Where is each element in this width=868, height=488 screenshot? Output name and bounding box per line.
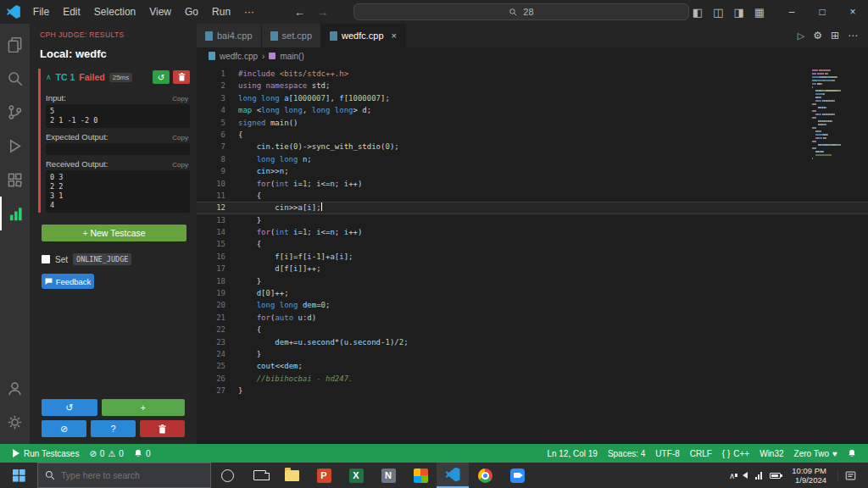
taskbar-app-notepad[interactable]: N bbox=[372, 463, 404, 488]
menu-file[interactable]: File bbox=[27, 3, 55, 20]
command-center-search[interactable]: 28 bbox=[353, 3, 689, 20]
activity-source-control-icon[interactable] bbox=[0, 95, 30, 129]
taskbar-app-powerpoint[interactable]: P bbox=[308, 463, 340, 488]
menu-selection[interactable]: Selection bbox=[88, 3, 142, 20]
code-line[interactable]: 2using namespace std; bbox=[197, 80, 868, 92]
code-line[interactable]: 11 { bbox=[197, 190, 868, 202]
toggle-panel-icon[interactable]: ◫ bbox=[709, 4, 726, 20]
code-line[interactable]: 26 //bibihocbai - hd247. bbox=[197, 373, 868, 385]
menu-run[interactable]: Run bbox=[206, 3, 236, 20]
notifications-indicator[interactable]: 0 bbox=[129, 444, 156, 463]
code-line[interactable]: 9 cin>>n; bbox=[197, 165, 868, 177]
activity-settings-icon[interactable] bbox=[0, 405, 30, 439]
start-button[interactable] bbox=[0, 463, 37, 488]
code-line[interactable]: 16 f[i]=f[i-1]+a[i]; bbox=[197, 251, 868, 263]
taskbar-app-excel[interactable]: X bbox=[340, 463, 372, 488]
feedback-button[interactable]: Feedback bbox=[42, 274, 94, 289]
close-tab-icon[interactable]: × bbox=[392, 30, 397, 41]
code-line[interactable]: 3long long a[1000007], f[1000007]; bbox=[197, 92, 868, 104]
section-content[interactable]: 0 32 23 14 bbox=[46, 170, 190, 213]
split-editor-icon[interactable]: ⊞ bbox=[831, 30, 839, 42]
menu-go[interactable]: Go bbox=[179, 3, 204, 20]
taskbar-app-photos[interactable] bbox=[404, 463, 437, 488]
code-line[interactable]: 1#include <bits/stdc++.h> bbox=[197, 68, 868, 80]
copy-button[interactable]: Copy bbox=[172, 95, 188, 103]
code-line[interactable]: 22 { bbox=[197, 324, 868, 336]
history-forward-icon[interactable]: → bbox=[317, 6, 328, 19]
platform-indicator[interactable]: Win32 bbox=[754, 444, 788, 463]
customize-layout-icon[interactable]: ▦ bbox=[751, 4, 768, 20]
code-line[interactable]: 8 long long n; bbox=[197, 153, 868, 165]
indentation-indicator[interactable]: Spaces: 4 bbox=[603, 444, 650, 463]
delete-all-button[interactable] bbox=[140, 420, 185, 437]
statusbar-bell[interactable] bbox=[843, 444, 861, 463]
battery-icon[interactable] bbox=[770, 473, 781, 479]
encoding-indicator[interactable]: UTF-8 bbox=[650, 444, 684, 463]
tab-bai4.cpp[interactable]: bai4.cpp bbox=[197, 24, 262, 47]
breadcrumb-file[interactable]: wedfc.cpp bbox=[220, 52, 258, 61]
taskbar-search-input[interactable] bbox=[61, 470, 188, 480]
copy-button[interactable]: Copy bbox=[172, 161, 188, 169]
run-file-button[interactable]: ▷ bbox=[798, 30, 804, 42]
code-line[interactable]: 18 } bbox=[197, 275, 868, 287]
language-mode[interactable]: { } C++ bbox=[717, 444, 754, 463]
breadcrumb-symbol[interactable]: main() bbox=[280, 52, 303, 61]
code-line[interactable]: 5signed main() bbox=[197, 117, 868, 129]
action-center-button[interactable] bbox=[837, 470, 863, 481]
menu-edit[interactable]: Edit bbox=[57, 3, 86, 20]
taskbar-clock[interactable]: 10:09 PM 1/9/2024 bbox=[788, 466, 830, 485]
code-line[interactable]: 17 d[f[i]]++; bbox=[197, 263, 868, 274]
code-line[interactable]: 24 } bbox=[197, 348, 868, 360]
section-content[interactable] bbox=[46, 143, 190, 155]
restore-button[interactable]: □ bbox=[807, 0, 837, 24]
taskbar-app-task-view[interactable] bbox=[243, 463, 275, 488]
network-icon[interactable] bbox=[755, 472, 762, 480]
taskbar-app-vscode[interactable] bbox=[437, 463, 469, 488]
code-line[interactable]: 21 for(auto u:d) bbox=[197, 312, 868, 324]
code-line[interactable]: 12 cin>>a[i]; bbox=[197, 202, 868, 214]
menu-view[interactable]: View bbox=[143, 3, 177, 20]
rerun-testcase-button[interactable]: ↺ bbox=[153, 70, 170, 84]
code-editor[interactable]: 1#include <bits/stdc++.h>2using namespac… bbox=[197, 64, 868, 444]
section-content[interactable]: 52 1 -1 -2 0 bbox=[46, 104, 190, 128]
tab-wedfc.cpp[interactable]: wedfc.cpp× bbox=[321, 24, 406, 47]
code-line[interactable]: 10 for(int i=1; i<=n; i++) bbox=[197, 178, 868, 190]
code-line[interactable]: 23 dem+=u.second*(u.second-1)/2; bbox=[197, 336, 868, 348]
stop-button[interactable]: ⊘ bbox=[42, 420, 86, 437]
code-line[interactable]: 14 for(int i=1; i<=n; i++) bbox=[197, 226, 868, 238]
minimap[interactable] bbox=[812, 69, 856, 161]
activity-search-icon[interactable] bbox=[0, 61, 30, 95]
minimize-button[interactable]: – bbox=[776, 0, 807, 24]
rerun-all-button[interactable]: ↺ bbox=[42, 399, 97, 416]
settings-gear-icon[interactable]: ⚙ bbox=[813, 30, 822, 42]
toggle-sidebar-icon[interactable]: ◧ bbox=[689, 4, 706, 20]
run-testcases-button[interactable]: Run Testcases bbox=[7, 444, 84, 463]
code-line[interactable]: 6{ bbox=[197, 129, 868, 141]
eol-indicator[interactable]: CRLF bbox=[685, 444, 717, 463]
cursor-position[interactable]: Ln 12, Col 19 bbox=[542, 444, 603, 463]
taskbar-app-cortana[interactable] bbox=[211, 463, 243, 488]
taskbar-app-zoom[interactable] bbox=[501, 463, 533, 488]
activity-extensions-icon[interactable] bbox=[0, 163, 30, 197]
activity-account-icon[interactable] bbox=[0, 371, 30, 405]
history-back-icon[interactable]: ← bbox=[294, 6, 305, 19]
code-line[interactable]: 15 { bbox=[197, 238, 868, 250]
code-line[interactable]: 7 cin.tie(0)->sync_with_stdio(0); bbox=[197, 141, 868, 152]
tray-chevron-icon[interactable]: ∧ bbox=[729, 471, 735, 480]
theme-indicator[interactable]: Zero Two ♥ bbox=[789, 444, 843, 463]
add-testcase-button[interactable]: + bbox=[102, 399, 185, 416]
more-actions-icon[interactable]: ⋯ bbox=[848, 30, 858, 42]
code-line[interactable]: 4map <long long, long long> d; bbox=[197, 104, 868, 116]
problems-indicator[interactable]: ⊘ 0 ⚠ 0 bbox=[84, 444, 128, 463]
activity-explorer-icon[interactable] bbox=[0, 27, 30, 61]
code-line[interactable]: 25 cout<<dem; bbox=[197, 360, 868, 372]
taskbar-app-chrome[interactable] bbox=[469, 463, 501, 488]
help-button[interactable]: ? bbox=[91, 420, 136, 437]
code-line[interactable]: 19 d[0]++; bbox=[197, 287, 868, 299]
copy-button[interactable]: Copy bbox=[172, 134, 188, 141]
taskbar-search[interactable] bbox=[37, 463, 211, 488]
code-line[interactable]: 20 long long dem=0; bbox=[197, 299, 868, 311]
activity-run-debug-icon[interactable] bbox=[0, 129, 30, 163]
tab-set.cpp[interactable]: set.cpp bbox=[262, 24, 321, 47]
close-button[interactable]: × bbox=[837, 0, 868, 24]
